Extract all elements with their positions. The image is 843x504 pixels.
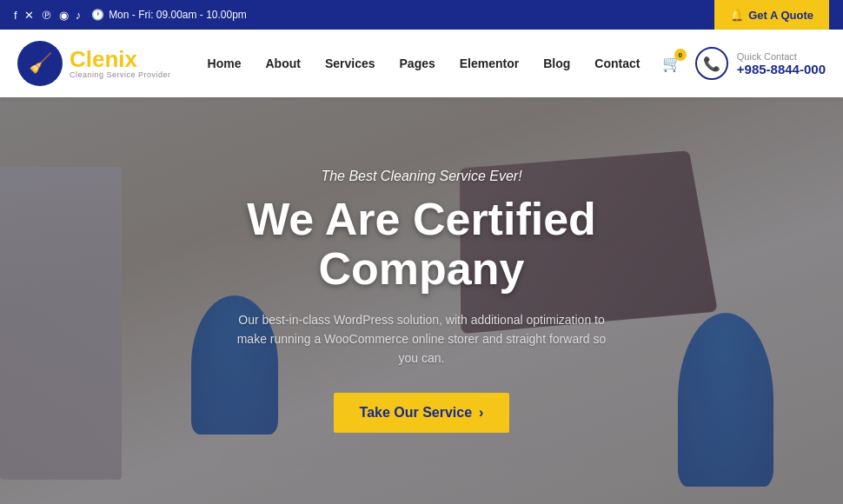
nav-about[interactable]: About [255, 50, 310, 77]
pinterest-icon[interactable]: ℗ [41, 9, 52, 22]
nav-blog[interactable]: Blog [533, 50, 581, 77]
nav-home[interactable]: Home [197, 50, 252, 77]
quick-contact-label: Quick Contact [737, 51, 826, 62]
logo-text-main: Cleni [70, 46, 125, 72]
hero-title: We Are Certified Company [174, 195, 669, 294]
logo-name[interactable]: Clenix [70, 48, 171, 70]
top-bar-time: 🕐 Mon - Fri: 09.00am - 10.00pm [91, 9, 247, 21]
nav-links: Home About Services Pages Elementor Blog… [197, 50, 662, 77]
nav-services[interactable]: Services [315, 50, 386, 77]
facebook-icon[interactable]: f [14, 9, 17, 22]
top-bar: f ✕ ℗ ◉ ♪ 🕐 Mon - Fri: 09.00am - 10.00pm… [0, 0, 843, 30]
twitter-icon[interactable]: ✕ [24, 9, 34, 22]
navbar: 🧹 Clenix Cleaning Service Provider Home … [0, 30, 843, 97]
tiktok-icon[interactable]: ♪ [76, 9, 82, 22]
get-quote-label: Get A Quote [748, 9, 813, 22]
get-quote-button[interactable]: 🔔 Get A Quote [714, 0, 829, 30]
hero-subtitle: The Best Cleaning Service Ever! [321, 169, 521, 184]
hero-btn-label: Take Our Service [360, 405, 473, 421]
clock-icon: 🕐 [91, 9, 104, 21]
nav-pages[interactable]: Pages [389, 50, 446, 77]
hero-section: The Best Cleaning Service Ever! We Are C… [0, 97, 843, 504]
cart-button[interactable]: 🛒 0 [662, 54, 681, 73]
nav-elementor[interactable]: Elementor [449, 50, 529, 77]
phone-icon: 📞 [695, 47, 728, 80]
quick-contact-text: Quick Contact +985-8844-000 [737, 51, 826, 76]
broom-icon: 🧹 [29, 52, 52, 75]
take-service-button[interactable]: Take Our Service › [334, 393, 510, 433]
hero-description: Our best-in-class WordPress solution, wi… [230, 310, 613, 368]
hero-content: The Best Cleaning Service Ever! We Are C… [0, 97, 843, 504]
logo-icon: 🧹 [17, 41, 63, 86]
top-bar-left: f ✕ ℗ ◉ ♪ 🕐 Mon - Fri: 09.00am - 10.00pm [14, 9, 247, 22]
quick-contact-number[interactable]: +985-8844-000 [737, 62, 826, 76]
nav-icons: 🛒 0 [662, 54, 681, 73]
logo-area: 🧹 Clenix Cleaning Service Provider [17, 41, 171, 86]
logo-subtitle: Cleaning Service Provider [70, 70, 171, 79]
hero-btn-arrow: › [479, 405, 483, 421]
logo-text-wrap: Clenix Cleaning Service Provider [70, 48, 171, 79]
bell-icon: 🔔 [730, 9, 744, 22]
snapchat-icon[interactable]: ◉ [59, 9, 69, 22]
nav-contact[interactable]: Contact [584, 50, 650, 77]
social-icons: f ✕ ℗ ◉ ♪ [14, 9, 81, 22]
cart-badge: 0 [674, 49, 687, 61]
quick-contact: 📞 Quick Contact +985-8844-000 [695, 47, 826, 80]
logo-text-accent: x [125, 46, 137, 72]
time-text: Mon - Fri: 09.00am - 10.00pm [109, 9, 247, 21]
